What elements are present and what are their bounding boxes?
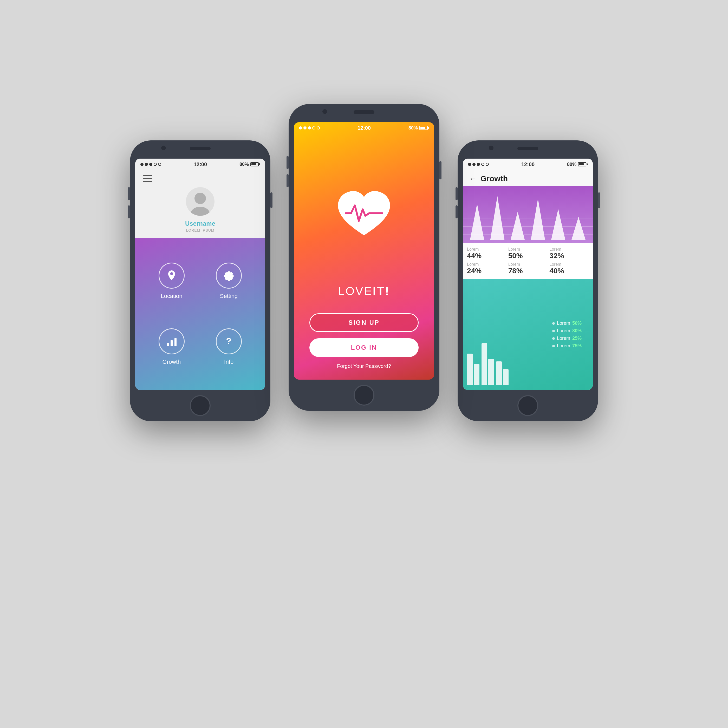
stat-label-2: Lorem	[508, 247, 548, 252]
bar-chart	[467, 284, 548, 385]
phone-side-btn-right	[598, 193, 600, 208]
signup-button[interactable]: SIGN UP	[309, 313, 419, 332]
menu-item-setting[interactable]: Setting	[200, 248, 257, 314]
phone-home-right[interactable]	[517, 395, 538, 416]
svg-rect-4	[174, 338, 177, 346]
svg-point-1	[190, 207, 210, 216]
phone-camera-right	[489, 145, 494, 150]
legend-label-3: Lorem	[557, 336, 570, 341]
time-right: 12:00	[521, 161, 535, 167]
stat-value-2: 50%	[508, 252, 548, 260]
stat-cell-6: Lorem 40%	[549, 262, 589, 275]
phone-side-btn-left	[271, 193, 272, 208]
battery-pct-right: 80%	[567, 162, 577, 167]
stat-value-4: 24%	[467, 267, 506, 275]
back-arrow-icon[interactable]: ←	[469, 174, 476, 183]
stat-label-3: Lorem	[549, 247, 589, 252]
legend-item-4: Lorem 75%	[552, 343, 589, 349]
left-phone-screen: 12:00 80%	[135, 159, 265, 390]
mountain-6	[572, 217, 586, 240]
status-bar-right: 12:00 80%	[463, 159, 593, 170]
phone-vol-down-left	[128, 205, 130, 219]
phone-right: 12:00 80% ← Growth	[457, 141, 598, 421]
hamburger-menu[interactable]	[143, 175, 152, 182]
bar-group-1	[467, 353, 479, 385]
stat-label-5: Lorem	[508, 262, 548, 267]
menu-item-info[interactable]: ? Info	[200, 314, 257, 379]
mountain-1	[470, 204, 484, 240]
legend-label-2: Lorem	[557, 328, 570, 333]
heart-logo	[335, 144, 393, 285]
stat-label-1: Lorem	[467, 247, 506, 252]
signal-dots-center	[299, 126, 320, 130]
stat-value-3: 32%	[549, 252, 589, 260]
status-bar-center: 12:00 80%	[294, 122, 434, 134]
avatar	[186, 187, 214, 216]
svg-rect-3	[171, 340, 173, 346]
app-name-part1: LOVE	[338, 285, 373, 297]
phone-speaker-center	[353, 110, 375, 114]
phone-home-left[interactable]	[190, 395, 211, 416]
stat-cell-3: Lorem 32%	[549, 247, 589, 260]
menu-grid: Location Setting	[135, 238, 265, 390]
app-name: LOVEIT!	[338, 285, 390, 298]
phone-vol-up-center	[286, 156, 289, 169]
battery-right: 80%	[567, 162, 587, 167]
legend-pct-3: 25%	[572, 336, 582, 341]
phones-container: 12:00 80%	[130, 104, 598, 624]
menu-item-location[interactable]: Location	[143, 248, 200, 314]
stat-label-4: Lorem	[467, 262, 506, 267]
gear-icon	[222, 269, 235, 282]
time-left: 12:00	[194, 161, 207, 167]
info-icon-circle: ?	[216, 328, 242, 354]
location-label: Location	[161, 293, 182, 300]
chart-legend: Lorem 50% Lorem 80% Lorem 25%	[552, 284, 589, 385]
phone-vol-up-left	[128, 187, 130, 200]
growth-title: Growth	[480, 174, 508, 183]
phone-home-center[interactable]	[353, 385, 375, 405]
svg-rect-2	[167, 343, 169, 346]
heart-icon	[335, 187, 393, 242]
battery-center: 80%	[408, 125, 429, 131]
stat-value-5: 78%	[508, 267, 548, 275]
lorem-ipsum-label: LOREM IPSUM	[186, 228, 214, 232]
username-label: Username	[185, 220, 215, 227]
phone-side-btn-center	[439, 161, 442, 179]
setting-label: Setting	[220, 293, 238, 300]
mountain-5	[551, 209, 566, 240]
battery-pct-center: 80%	[408, 125, 418, 131]
chart-icon	[165, 335, 178, 348]
mountain-4	[531, 199, 545, 240]
login-button[interactable]: LOG IN	[309, 338, 419, 357]
mountain-3	[511, 212, 525, 240]
phone-camera-center	[323, 109, 327, 114]
legend-pct-4: 75%	[572, 343, 582, 349]
mountain-2	[490, 196, 505, 240]
legend-item-1: Lorem 50%	[552, 321, 589, 326]
left-header: Username LOREM IPSUM	[135, 170, 265, 238]
signal-dots-left	[141, 163, 161, 166]
phone-center: 12:00 80%	[289, 104, 439, 411]
battery-pct-left: 80%	[239, 162, 249, 167]
legend-pct-1: 50%	[572, 321, 582, 326]
bottom-section: Lorem 50% Lorem 80% Lorem 25%	[463, 279, 593, 390]
info-label: Info	[224, 359, 234, 365]
legend-item-3: Lorem 25%	[552, 336, 589, 341]
legend-item-2: Lorem 80%	[552, 328, 589, 333]
legend-label-4: Lorem	[557, 343, 570, 349]
phone-speaker-left	[190, 147, 211, 150]
menu-item-growth[interactable]: Growth	[143, 314, 200, 379]
stat-cell-1: Lorem 44%	[467, 247, 506, 260]
phone-vol-up-right	[456, 187, 457, 200]
status-bar-left: 12:00 80%	[135, 159, 265, 170]
forgot-password-link[interactable]: Forgot Your Password?	[337, 363, 391, 369]
question-icon: ?	[222, 335, 235, 348]
stat-value-6: 40%	[549, 267, 589, 275]
avatar-silhouette	[188, 191, 212, 216]
stat-cell-4: Lorem 24%	[467, 262, 506, 275]
phone-camera-left	[161, 145, 166, 150]
time-center: 12:00	[358, 125, 371, 131]
battery-left: 80%	[239, 162, 260, 167]
mountain-chart	[467, 191, 589, 240]
stat-label-6: Lorem	[549, 262, 589, 267]
